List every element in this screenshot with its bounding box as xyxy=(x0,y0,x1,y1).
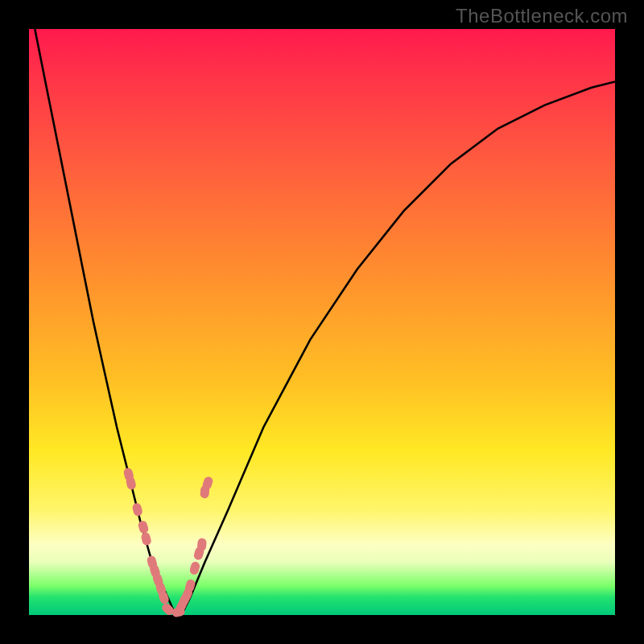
bottleneck-curve xyxy=(35,29,615,615)
marker-dot xyxy=(197,538,207,551)
plot-svg xyxy=(29,29,615,615)
marker-dot xyxy=(189,561,201,576)
marker-dot xyxy=(137,520,149,535)
marker-dot xyxy=(140,531,152,546)
highlight-markers xyxy=(122,467,213,617)
marker-dot xyxy=(131,502,143,517)
chart-frame: TheBottleneck.com xyxy=(0,0,644,644)
chart-panel xyxy=(29,29,615,615)
watermark-text: TheBottleneck.com xyxy=(456,5,628,27)
